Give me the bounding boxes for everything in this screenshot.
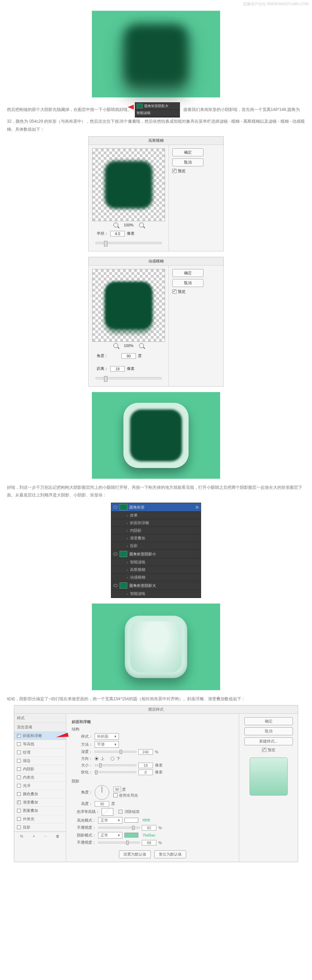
style-option-inner-glow[interactable]: 内发光 <box>14 773 66 782</box>
soften-slider[interactable] <box>95 771 136 773</box>
layer-effect[interactable]: 智能滤镜 <box>111 590 201 598</box>
highlight-mode-select[interactable]: 正常 ▾ <box>98 817 123 824</box>
checkbox[interactable] <box>17 792 21 796</box>
zoom-value: 100% <box>124 223 134 227</box>
soften-input[interactable]: 0 <box>138 770 153 775</box>
depth-slider[interactable] <box>95 751 136 752</box>
section-heading: 斜面和浮雕 <box>72 719 233 724</box>
shadow-opacity-input[interactable]: 68 <box>142 840 156 845</box>
checkbox[interactable] <box>17 800 21 804</box>
technique-select[interactable]: 平滑 ▾ <box>95 741 119 748</box>
make-default-button[interactable]: 设置为默认值 <box>119 850 151 858</box>
checkbox[interactable] <box>17 759 21 763</box>
distance-input[interactable]: 18 <box>110 366 125 372</box>
preview-checker <box>92 148 165 221</box>
highlight-opacity-slider[interactable] <box>98 827 140 829</box>
layer-effect[interactable]: 效果 <box>111 512 201 519</box>
checkbox[interactable] <box>17 767 21 771</box>
layer-effect[interactable]: 内阴影 <box>111 527 201 535</box>
layer-effect[interactable]: 渐变叠加 <box>111 535 201 542</box>
angle-dial[interactable] <box>95 785 109 800</box>
radius-input[interactable]: 4.0 <box>110 231 125 236</box>
style-option-texture[interactable]: 纹理 <box>14 748 66 757</box>
depth-input[interactable]: 240 <box>138 749 153 755</box>
altitude-input[interactable]: 30 <box>95 801 109 807</box>
add-icon[interactable]: + <box>33 834 35 838</box>
size-input[interactable]: 18 <box>138 763 153 768</box>
style-select[interactable]: 外斜面 ▾ <box>95 733 119 740</box>
eye-icon[interactable] <box>113 552 118 555</box>
highlight-color-swatch[interactable] <box>124 818 138 822</box>
checkbox[interactable] <box>17 817 21 821</box>
eye-icon[interactable] <box>113 584 118 587</box>
radius-slider[interactable] <box>96 242 162 244</box>
zoom-out-icon[interactable] <box>113 223 118 228</box>
style-option-satin[interactable]: 光泽 <box>14 782 66 790</box>
checkbox[interactable] <box>17 734 21 738</box>
layer-effect[interactable]: 斜面和浮雕 <box>111 519 201 527</box>
dir-up-radio[interactable] <box>95 757 99 760</box>
trash-icon[interactable]: 🗑 <box>56 834 60 838</box>
zoom-out-icon[interactable] <box>113 343 118 348</box>
style-option-drop-shadow[interactable]: 投影 <box>14 823 66 832</box>
style-option-contour[interactable]: 等高线 <box>14 740 66 748</box>
size-slider[interactable] <box>95 764 136 766</box>
eye-icon[interactable] <box>113 506 118 509</box>
ok-button[interactable]: 确定 <box>172 269 204 277</box>
antialias-checkbox[interactable] <box>119 810 123 814</box>
highlight-opacity-label: 不透明度： <box>72 825 96 830</box>
layer-effect[interactable]: 投影 <box>111 542 201 550</box>
checkbox[interactable] <box>17 784 21 788</box>
shadow-opacity-slider[interactable] <box>98 842 140 843</box>
style-option-inner-shadow[interactable]: 内阴影 <box>14 765 66 773</box>
highlight-opacity-input[interactable]: 82 <box>142 825 156 830</box>
blend-options[interactable]: 混合选项 <box>14 723 66 732</box>
style-option-stroke[interactable]: 描边 <box>14 757 66 765</box>
angle-input[interactable]: 90 <box>121 353 136 359</box>
checkbox[interactable] <box>17 742 21 746</box>
preview-checkbox[interactable] <box>172 290 177 294</box>
checkbox[interactable] <box>17 751 21 754</box>
remove-icon[interactable]: − <box>45 834 46 838</box>
style-option-pattern-overlay[interactable]: 图案叠加 <box>14 807 66 815</box>
distance-slider[interactable] <box>96 377 162 379</box>
radius-unit: 像素 <box>127 231 135 236</box>
fx-badge[interactable]: fx <box>196 505 199 509</box>
fx-icon[interactable]: fx <box>21 834 24 838</box>
dir-down-radio[interactable] <box>111 757 115 760</box>
layer-effect[interactable]: 智能滤镜 <box>111 558 201 566</box>
cancel-button[interactable]: 取消 <box>244 727 293 735</box>
contour-picker[interactable] <box>102 808 113 816</box>
new-style-button[interactable]: 新建样式... <box>244 737 293 745</box>
checkbox[interactable] <box>17 826 21 829</box>
style-option-outer-glow[interactable]: 外发光 <box>14 815 66 823</box>
select-value: 正常 <box>100 833 108 838</box>
zoom-in-icon[interactable] <box>139 223 144 228</box>
angle-dial[interactable] <box>110 352 119 361</box>
layer-effect[interactable]: 高斯模糊 <box>111 566 201 574</box>
blur-blob <box>105 161 153 209</box>
cancel-button[interactable]: 取消 <box>172 279 204 287</box>
checkbox[interactable] <box>17 809 21 813</box>
ok-button[interactable]: 确定 <box>172 148 204 156</box>
zoom-in-icon[interactable] <box>139 343 144 348</box>
shadow-color-swatch[interactable] <box>124 833 138 837</box>
angle-input[interactable]: 90 <box>113 787 121 792</box>
unit-pct: % <box>155 750 158 754</box>
layer-effect[interactable]: 动感模糊 <box>111 574 201 581</box>
style-option-gradient-overlay[interactable]: 渐变叠加 <box>14 799 66 807</box>
paragraph-1: 然后把刚做的那个大阴影先隐藏掉，在图层中按一下小眼睛就好啦。 圆角矩形阴影大 智… <box>7 102 305 134</box>
layer-row[interactable]: 圆角矩形fx <box>111 503 201 512</box>
checkbox[interactable] <box>17 775 21 779</box>
preview-checkbox[interactable] <box>172 169 177 173</box>
style-option-color-overlay[interactable]: 颜色叠加 <box>14 790 66 799</box>
cancel-button[interactable]: 取消 <box>172 158 204 166</box>
style-option-bevel[interactable]: 斜面和浮雕 <box>14 732 66 740</box>
preview-checkbox[interactable] <box>262 748 266 752</box>
ok-button[interactable]: 确定 <box>244 717 293 725</box>
shadow-mode-select[interactable]: 正常 ▾ <box>98 832 123 838</box>
layer-row[interactable]: 圆角矩形阴影小 <box>111 550 201 558</box>
layer-row[interactable]: 圆角矩形阴影大 <box>111 581 201 590</box>
reset-default-button[interactable]: 复位为默认值 <box>154 850 186 858</box>
global-light-checkbox[interactable] <box>113 793 118 797</box>
